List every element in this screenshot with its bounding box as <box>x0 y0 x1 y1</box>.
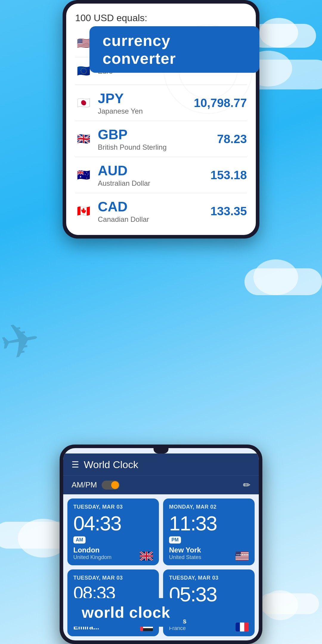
aud-name: Australian Dollar <box>98 179 210 188</box>
gbp-name: British Pound Sterling <box>98 143 217 151</box>
gbp-code: GBP <box>98 126 217 143</box>
paris-date: TUESDAY, MAR 03 <box>169 575 249 581</box>
svg-rect-15 <box>236 623 240 631</box>
jpy-value: 10,798.77 <box>194 96 247 110</box>
svg-rect-7 <box>236 559 249 560</box>
jpy-code: JPY <box>98 90 194 106</box>
aud-value: 153.18 <box>210 168 247 182</box>
newyork-date: MONDAY, MAR 02 <box>169 504 249 510</box>
phone-notch <box>154 448 168 453</box>
aud-info: AUD Australian Dollar <box>98 162 210 188</box>
newyork-ampm: PM <box>169 536 181 544</box>
aud-code: AUD <box>98 162 210 179</box>
currency-converter-phone: currency converter 100 USD equals: 🇺🇸 US… <box>63 0 259 239</box>
london-bottom: AM London United Kingdom <box>73 536 153 561</box>
jpy-info: JPY Japanese Yen <box>98 90 194 115</box>
cad-name: Canadian Dollar <box>98 215 210 224</box>
newyork-country: United States <box>169 554 201 561</box>
svg-rect-6 <box>236 558 249 558</box>
svg-rect-13 <box>143 628 153 631</box>
gbp-info: GBP British Pound Sterling <box>98 126 217 151</box>
cad-code: CAD <box>98 199 210 215</box>
svg-rect-16 <box>244 623 249 631</box>
newyork-time: 11:33 <box>169 513 249 533</box>
clock-card-newyork: MONDAY, MAR 02 11:33 PM New York United … <box>163 499 255 565</box>
cad-value: 133.35 <box>210 205 247 218</box>
newyork-city: New York <box>169 546 201 554</box>
toggle-thumb <box>111 481 119 489</box>
gbp-value: 78.23 <box>217 132 247 146</box>
london-flag <box>140 552 153 561</box>
table-row: 🇯🇵 JPY Japanese Yen 10,798.77 <box>75 85 247 121</box>
gbp-flag: 🇬🇧 <box>75 131 92 147</box>
newyork-location: PM New York United States <box>169 536 201 561</box>
cad-info: CAD Canadian Dollar <box>98 199 210 224</box>
svg-rect-5 <box>236 556 249 557</box>
world-clock-title: World Clock <box>84 459 250 470</box>
table-row: 🇨🇦 CAD Canadian Dollar 133.35 <box>75 193 247 229</box>
clock-card-london: TUESDAY, MAR 03 04:33 AM London United K… <box>67 499 159 565</box>
paris-flag <box>236 623 249 631</box>
uae-date: TUESDAY, MAR 03 <box>73 575 153 581</box>
table-row: 🇦🇺 AUD Australian Dollar 153.18 <box>75 157 247 193</box>
london-city: London <box>73 546 112 554</box>
edit-icon[interactable]: ✏ <box>243 480 250 490</box>
ampm-toggle[interactable] <box>102 481 120 490</box>
london-country: United Kingdom <box>73 554 112 561</box>
ampm-label: AM/PM <box>72 480 97 490</box>
aud-flag: 🇦🇺 <box>75 167 92 183</box>
world-clock-phone: world clock ☰ World Clock AM/PM ✏ TUESDA… <box>60 445 262 644</box>
world-clock-header: ☰ World Clock <box>63 453 259 475</box>
london-location: AM London United Kingdom <box>73 536 112 561</box>
world-clock-toolbar: AM/PM ✏ <box>63 475 259 494</box>
newyork-flag: ★★★★★★★★★★★★★★★★★★★★★★★★★★★★★★★★★★★★★★★★… <box>236 552 249 561</box>
world-clock-label: world clock <box>69 598 183 627</box>
jpy-flag: 🇯🇵 <box>75 95 92 111</box>
svg-text:★★★★★★★★★★★★★★★★★★★★★★★★★★★★★★: ★★★★★★★★★★★★★★★★★★★★★★★★★★★★★★★★★★★★★★★★… <box>236 554 249 556</box>
jpy-name: Japanese Yen <box>98 107 194 115</box>
london-time: 04:33 <box>73 513 153 533</box>
london-date: TUESDAY, MAR 03 <box>73 504 153 510</box>
table-row: 🇬🇧 GBP British Pound Sterling 78.23 <box>75 121 247 157</box>
newyork-bottom: PM New York United States <box>169 536 249 561</box>
menu-icon[interactable]: ☰ <box>72 460 79 470</box>
london-ampm: AM <box>73 536 86 544</box>
cad-flag: 🇨🇦 <box>75 203 92 219</box>
currency-converter-label: currency converter <box>89 26 259 73</box>
